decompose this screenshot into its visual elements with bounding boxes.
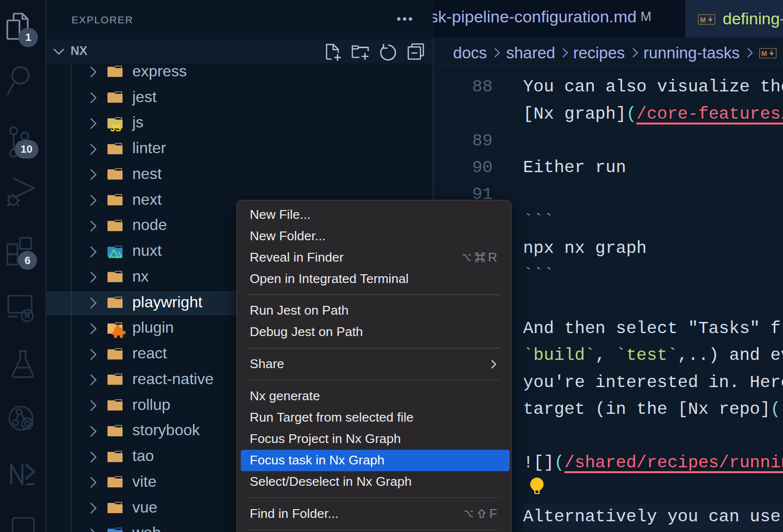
svg-text:M: M [761, 50, 767, 57]
svg-text:JS: JS [110, 123, 121, 133]
svg-text:M: M [700, 16, 706, 24]
